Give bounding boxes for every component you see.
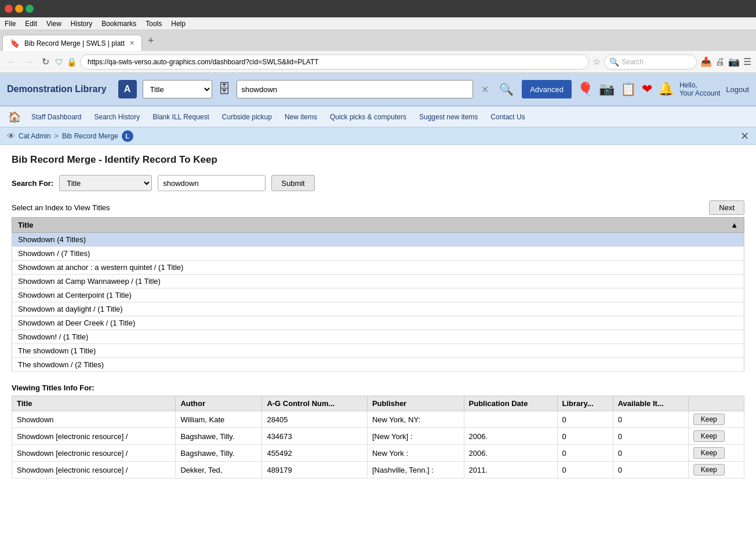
nav-search-history[interactable]: Search History bbox=[89, 109, 146, 125]
nav-curbside-pickup[interactable]: Curbside pickup bbox=[216, 109, 278, 125]
search-type-dropdown[interactable]: Title bbox=[143, 80, 212, 98]
submit-button[interactable]: Submit bbox=[271, 175, 314, 191]
nav-staff-dashboard[interactable]: Staff Dashboard bbox=[26, 109, 88, 125]
breadcrumb-link1[interactable]: Cat Admin bbox=[19, 132, 50, 140]
close-window-button[interactable] bbox=[5, 5, 13, 13]
browser-titlebar bbox=[0, 0, 756, 17]
sort-icon[interactable]: ▲ bbox=[730, 221, 738, 229]
camera-icon[interactable]: 📷 bbox=[599, 82, 615, 97]
browser-tab[interactable]: 🔖 Bib Record Merge | SWLS | platt ✕ bbox=[2, 35, 142, 51]
logout-button[interactable]: Logout bbox=[726, 85, 749, 94]
menu-help[interactable]: Help bbox=[166, 17, 190, 30]
index-table-row[interactable]: Showdown at Centerpoint (1 Title) bbox=[12, 288, 744, 302]
bell-icon[interactable]: 🔔 bbox=[658, 82, 674, 97]
index-table-row[interactable]: The showdown / (2 Titles) bbox=[12, 358, 744, 372]
index-table-body: Showdown (4 Titles)Showdown / (7 Titles)… bbox=[12, 233, 744, 372]
results-cell-pub_date bbox=[464, 411, 557, 428]
index-table-row[interactable]: Showdown at Camp Wannaweep / (1 Title) bbox=[12, 275, 744, 288]
index-table-row[interactable]: Showdown (4 Titles) bbox=[12, 233, 744, 247]
balloon-icon[interactable]: 🎈 bbox=[577, 82, 593, 97]
minimize-window-button[interactable] bbox=[15, 5, 23, 13]
search-for-label: Search For: bbox=[12, 179, 53, 188]
clear-search-button[interactable]: ✕ bbox=[479, 84, 491, 95]
close-panel-button[interactable]: ✕ bbox=[740, 130, 749, 142]
results-table-header-cell: Title bbox=[12, 396, 176, 411]
results-cell-ag_control: 489179 bbox=[262, 462, 368, 478]
index-table-row[interactable]: The showdown (1 Title) bbox=[12, 344, 744, 358]
menu-edit[interactable]: Edit bbox=[20, 17, 42, 30]
index-table-cell: Showdown at Deer Creek / (1 Title) bbox=[12, 316, 744, 330]
results-cell-publisher: New York, NY: bbox=[367, 411, 464, 428]
hello-label: Hello, bbox=[679, 81, 720, 89]
results-cell-library: 0 bbox=[557, 428, 613, 445]
breadcrumb-link2[interactable]: Bib Record Merge bbox=[62, 132, 118, 140]
index-table-cell: Showdown (4 Titles) bbox=[12, 233, 744, 247]
back-button[interactable]: ← bbox=[5, 56, 19, 68]
account-section[interactable]: Hello, Your Account bbox=[679, 81, 720, 97]
form-search-type[interactable]: Title bbox=[59, 175, 152, 191]
index-table-row[interactable]: Showdown at daylight / (1 Title) bbox=[12, 302, 744, 316]
index-table-row[interactable]: Showdown! / (1 Title) bbox=[12, 330, 744, 344]
menu-view[interactable]: View bbox=[42, 17, 66, 30]
nav-quick-picks[interactable]: Quick picks & computers bbox=[324, 109, 412, 125]
menu-icon[interactable]: ☰ bbox=[743, 56, 751, 67]
menu-history[interactable]: History bbox=[66, 17, 97, 30]
browser-menu-bar: File Edit View History Bookmarks Tools H… bbox=[0, 17, 756, 30]
keep-button[interactable]: Keep bbox=[693, 447, 725, 459]
forward-button[interactable]: → bbox=[22, 56, 36, 68]
results-section: Viewing Titles Info For: TitleAuthorA-G … bbox=[12, 383, 744, 478]
results-cell-publisher: [Nashville, Tenn.] : bbox=[367, 462, 464, 478]
results-cell-available: 0 bbox=[613, 428, 688, 445]
keep-button[interactable]: Keep bbox=[693, 414, 725, 425]
nav-new-items[interactable]: New items bbox=[279, 109, 323, 125]
menu-tools[interactable]: Tools bbox=[141, 17, 166, 30]
index-table-row[interactable]: Showdown at anchor : a western quintet /… bbox=[12, 261, 744, 275]
results-cell-ag_control: 28405 bbox=[262, 411, 368, 428]
bookmark-icon[interactable]: ☆ bbox=[593, 56, 601, 67]
browser-search-box[interactable]: 🔍 Search bbox=[604, 54, 697, 70]
print-icon[interactable]: 🖨 bbox=[715, 57, 725, 67]
screenshot-icon[interactable]: 📷 bbox=[728, 56, 740, 67]
results-cell-pub_date: 2006. bbox=[464, 445, 557, 462]
results-cell-keep: Keep bbox=[688, 428, 744, 445]
section-header: Select an Index to View Titles Next bbox=[12, 200, 744, 215]
form-search-input[interactable] bbox=[158, 175, 266, 191]
refresh-button[interactable]: ↻ bbox=[39, 55, 52, 68]
search-go-button[interactable]: 🔍 bbox=[497, 82, 516, 96]
database-icon[interactable]: 🗄 bbox=[218, 82, 231, 97]
list-icon[interactable]: 📋 bbox=[620, 82, 636, 97]
results-cell-author: William, Kate bbox=[176, 411, 262, 428]
header-right-icons: 🎈 📷 📋 ❤ 🔔 bbox=[577, 82, 674, 97]
nav-blank-ill-request[interactable]: Blank ILL Request bbox=[147, 109, 215, 125]
results-cell-keep: Keep bbox=[688, 411, 744, 428]
nav-suggest-new-items[interactable]: Suggest new items bbox=[413, 109, 484, 125]
index-table-row[interactable]: Showdown / (7 Titles) bbox=[12, 247, 744, 261]
results-cell-ag_control: 434673 bbox=[262, 428, 368, 445]
index-table-row[interactable]: Showdown at Deer Creek / (1 Title) bbox=[12, 316, 744, 330]
new-tab-button[interactable]: + bbox=[143, 35, 159, 47]
shield-icon: 🛡 bbox=[55, 57, 63, 67]
search-input[interactable] bbox=[237, 80, 474, 98]
address-bar: ← → ↻ 🛡 🔒 ☆ 🔍 Search 📥 🖨 📷 ☰ bbox=[0, 51, 756, 73]
menu-file[interactable]: File bbox=[0, 17, 20, 30]
nav-contact-us[interactable]: Contact Us bbox=[485, 109, 530, 125]
keep-button[interactable]: Keep bbox=[693, 464, 725, 476]
pocket-icon[interactable]: 📥 bbox=[700, 56, 712, 67]
breadcrumb-bar: 👁 Cat Admin > Bib Record Merge L ✕ bbox=[0, 127, 756, 145]
results-cell-publisher: [New York] : bbox=[367, 428, 464, 445]
advanced-search-button[interactable]: Advanced bbox=[522, 80, 572, 98]
maximize-window-button[interactable] bbox=[26, 5, 34, 13]
results-table-header-cell: Publisher bbox=[367, 396, 464, 411]
address-input[interactable] bbox=[80, 54, 589, 70]
tab-close-button[interactable]: ✕ bbox=[129, 39, 135, 47]
breadcrumb-icon: 👁 bbox=[7, 131, 15, 141]
home-button[interactable]: 🏠 bbox=[5, 111, 24, 123]
results-cell-ag_control: 455492 bbox=[262, 445, 368, 462]
heart-icon[interactable]: ❤ bbox=[642, 82, 652, 97]
results-table-row: ShowdownWilliam, Kate28405New York, NY:0… bbox=[12, 411, 744, 428]
keep-button[interactable]: Keep bbox=[693, 430, 725, 442]
results-table: TitleAuthorA-G Control Num...PublisherPu… bbox=[12, 396, 744, 478]
next-button[interactable]: Next bbox=[709, 200, 744, 215]
menu-bookmarks[interactable]: Bookmarks bbox=[97, 17, 141, 30]
results-table-header-cell: A-G Control Num... bbox=[262, 396, 368, 411]
